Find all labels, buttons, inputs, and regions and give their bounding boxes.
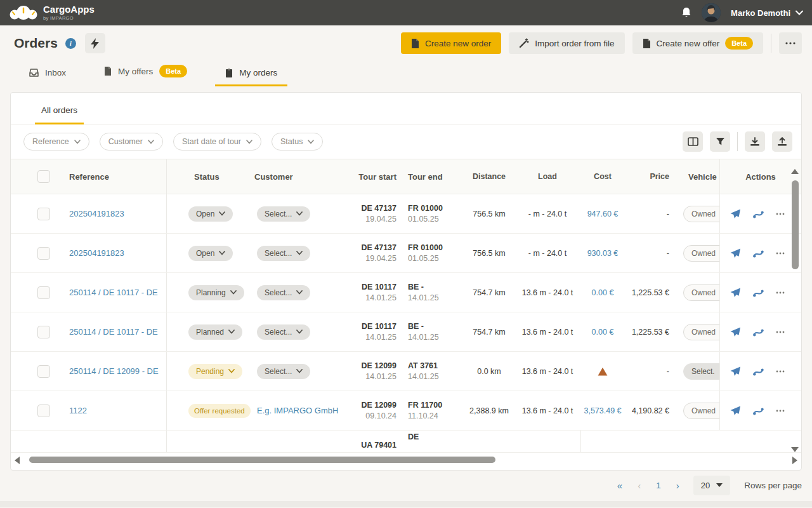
reference-link[interactable]: 202504191823: [69, 248, 124, 258]
quick-actions-button[interactable]: [85, 33, 105, 53]
vehicle-label: Owned: [691, 210, 716, 218]
vertical-scrollbar-thumb[interactable]: [792, 180, 799, 269]
columns-icon: [688, 137, 698, 146]
vehicle-pill[interactable]: Owned: [683, 245, 719, 262]
reference-link[interactable]: 250114 / DE 12099 - DE: [69, 366, 159, 376]
tab-inbox[interactable]: Inbox: [19, 62, 76, 86]
customer-link[interactable]: E.g. IMPARGO GmbH: [257, 406, 338, 415]
more-actions-button[interactable]: [779, 32, 802, 54]
vertical-scrollbar[interactable]: [790, 169, 799, 452]
vehicle-pill[interactable]: Owned: [683, 324, 719, 340]
filter-start-date[interactable]: Start date of tour: [173, 133, 261, 150]
vehicle-pill[interactable]: Owned: [683, 403, 719, 419]
column-status[interactable]: Status: [167, 172, 252, 182]
upload-button[interactable]: [772, 131, 792, 152]
vehicle-pill[interactable]: Select.: [683, 363, 719, 380]
row-checkbox[interactable]: [37, 208, 50, 220]
manage-columns-button[interactable]: [683, 131, 703, 152]
user-name[interactable]: Marko Demothi: [731, 8, 790, 18]
column-actions: Actions: [719, 159, 801, 194]
page-size-select[interactable]: 20: [693, 476, 730, 495]
row-menu-icon[interactable]: [776, 252, 785, 255]
customer-select[interactable]: Select...: [257, 285, 310, 300]
tab-my-orders[interactable]: My orders: [215, 62, 287, 86]
reference-link[interactable]: 202504191823: [69, 209, 124, 218]
column-price[interactable]: Price: [625, 172, 673, 181]
tour-start-location: DE 47137: [346, 243, 396, 252]
row-menu-icon[interactable]: [776, 291, 785, 294]
create-new-offer-button[interactable]: Create new offer Beta: [632, 32, 763, 54]
row-menu-icon[interactable]: [776, 410, 785, 412]
next-page-button[interactable]: ›: [676, 480, 679, 491]
status-pill[interactable]: Planned: [188, 324, 242, 340]
send-order-icon[interactable]: [730, 288, 741, 298]
customer-select[interactable]: Select...: [257, 364, 310, 379]
column-vehicle[interactable]: Vehicle: [673, 159, 719, 194]
cost-warning-icon[interactable]: [598, 366, 608, 375]
select-all-checkbox[interactable]: [37, 170, 50, 183]
status-pill[interactable]: Pending: [188, 364, 242, 379]
send-order-icon[interactable]: [730, 366, 741, 377]
first-page-button[interactable]: «: [617, 480, 622, 491]
route-icon[interactable]: [753, 288, 764, 297]
table-row: 202504191823 Open Select... DE 47137 19.…: [11, 234, 801, 273]
column-tour-start[interactable]: Tour start: [346, 172, 402, 182]
horizontal-scrollbar-thumb[interactable]: [29, 457, 495, 463]
row-checkbox[interactable]: [37, 286, 50, 299]
route-icon[interactable]: [753, 366, 764, 376]
chevron-down-icon[interactable]: [796, 10, 803, 15]
current-page[interactable]: 1: [656, 481, 661, 490]
avatar[interactable]: [702, 3, 721, 22]
send-order-icon[interactable]: [730, 327, 741, 337]
reference-link[interactable]: 1122: [69, 406, 87, 415]
scroll-up-icon[interactable]: [791, 169, 799, 174]
send-order-icon[interactable]: [730, 406, 741, 416]
status-pill[interactable]: Offer requested: [188, 404, 251, 418]
download-button[interactable]: [745, 131, 765, 152]
scroll-down-icon[interactable]: [791, 447, 799, 452]
row-checkbox[interactable]: [37, 365, 50, 378]
route-icon[interactable]: [753, 406, 764, 415]
subtab-all-orders[interactable]: All orders: [35, 97, 84, 124]
status-pill[interactable]: Planning: [188, 285, 244, 300]
prev-page-button[interactable]: ‹: [638, 480, 641, 491]
filter-reference[interactable]: Reference: [23, 133, 89, 150]
customer-select[interactable]: Select...: [257, 246, 310, 261]
tab-my-offers[interactable]: My offers Beta: [94, 59, 197, 86]
column-customer[interactable]: Customer: [252, 172, 346, 182]
reference-link[interactable]: 250114 / DE 10117 - DE: [69, 288, 158, 297]
column-tour-end[interactable]: Tour end: [402, 172, 464, 182]
route-icon[interactable]: [753, 327, 764, 337]
info-icon[interactable]: i: [65, 38, 76, 49]
scroll-right-icon[interactable]: [792, 457, 797, 464]
filter-status[interactable]: Status: [272, 133, 323, 150]
import-order-button[interactable]: Import order from file: [509, 32, 624, 54]
route-icon[interactable]: [753, 209, 764, 218]
row-menu-icon[interactable]: [776, 370, 785, 373]
send-order-icon[interactable]: [730, 209, 741, 219]
row-menu-icon[interactable]: [776, 213, 785, 215]
scroll-left-icon[interactable]: [15, 457, 20, 464]
status-pill[interactable]: Open: [188, 246, 233, 261]
route-icon[interactable]: [753, 248, 764, 258]
status-pill[interactable]: Open: [188, 206, 233, 222]
reference-link[interactable]: 250114 / DE 10117 - DE: [69, 327, 158, 337]
row-checkbox[interactable]: [37, 247, 50, 260]
vehicle-pill[interactable]: Owned: [683, 206, 719, 222]
horizontal-scrollbar[interactable]: [11, 453, 801, 467]
column-reference[interactable]: Reference: [56, 159, 167, 194]
customer-select[interactable]: Select...: [257, 324, 310, 340]
row-menu-icon[interactable]: [776, 331, 785, 333]
row-checkbox[interactable]: [37, 404, 50, 417]
column-cost[interactable]: Cost: [580, 172, 625, 181]
row-checkbox[interactable]: [37, 326, 50, 338]
vehicle-pill[interactable]: Owned: [683, 284, 719, 301]
create-new-order-button[interactable]: Create new order: [401, 32, 501, 54]
filter-customer[interactable]: Customer: [100, 133, 163, 150]
customer-select[interactable]: Select...: [257, 206, 310, 222]
notifications-bell-icon[interactable]: [681, 7, 691, 18]
column-load[interactable]: Load: [514, 172, 580, 181]
filter-button[interactable]: [710, 131, 730, 152]
column-distance[interactable]: Distance: [464, 172, 514, 181]
send-order-icon[interactable]: [730, 248, 741, 258]
